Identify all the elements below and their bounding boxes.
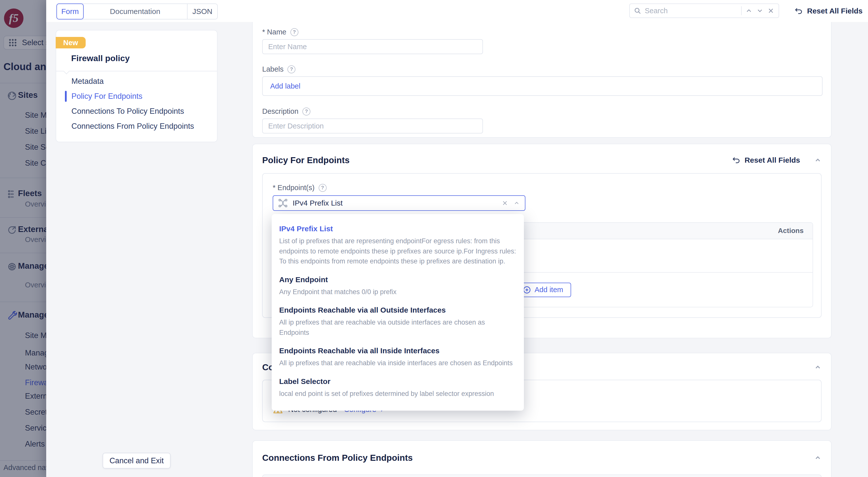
help-icon[interactable]: ? <box>319 184 327 192</box>
collapse-caret-icon[interactable] <box>814 157 822 164</box>
wizard-title: Firewall policy <box>71 54 130 63</box>
clear-selection-icon[interactable] <box>501 200 508 207</box>
dropdown-option-outside-interfaces[interactable]: Endpoints Reachable via all Outside Inte… <box>279 301 517 342</box>
chevron-down-icon[interactable] <box>756 7 764 14</box>
divider <box>741 6 742 15</box>
actions-column-header: Actions <box>778 227 804 235</box>
reset-all-fields-button[interactable]: Reset All Fields <box>794 0 863 22</box>
section-header: Connections From Policy Endpoints <box>262 453 822 463</box>
section-title: Connections From Policy Endpoints <box>262 453 413 463</box>
endpoint-select-value: IPv4 Prefix List <box>293 199 496 207</box>
reset-icon <box>794 6 803 15</box>
wizard-steps: Metadata Policy For Endpoints Connection… <box>56 74 217 134</box>
search-box <box>629 3 779 18</box>
chevron-up-icon[interactable] <box>514 200 520 206</box>
collapse-caret-icon[interactable] <box>814 364 822 371</box>
search-icon <box>634 7 641 14</box>
new-badge: New <box>56 37 86 48</box>
step-connections-from[interactable]: Connections From Policy Endpoints <box>56 119 217 134</box>
endpoint-label: * Endpoint(s) <box>273 183 315 192</box>
tab-documentation[interactable]: Documentation <box>83 4 187 19</box>
connections-from-card: Connections From Policy Endpoints <box>252 440 832 477</box>
help-icon[interactable]: ? <box>290 28 299 36</box>
firewall-policy-modal: Form Documentation JSON Reset All Fields… <box>46 0 868 477</box>
search-input[interactable] <box>645 7 738 15</box>
labels-label-row: Labels ? <box>262 65 822 73</box>
view-tabs: Form Documentation JSON <box>56 3 218 20</box>
dropdown-option-ipv4-prefix-list[interactable]: IPv4 Prefix List List of ip prefixes tha… <box>279 220 517 271</box>
name-label-row: * Name ? <box>262 28 822 36</box>
modal-topbar: Form Documentation JSON Reset All Fields <box>46 0 868 22</box>
step-connections-to[interactable]: Connections To Policy Endpoints <box>56 104 217 119</box>
notch-pointer <box>63 68 69 74</box>
add-label-button[interactable]: Add label <box>270 82 301 90</box>
endpoint-dropdown: IPv4 Prefix List List of ip prefixes tha… <box>272 214 524 411</box>
section-title: Policy For Endpoints <box>262 155 350 165</box>
wizard-nav-card: New Firewall policy Metadata Policy For … <box>56 30 217 142</box>
section-reset-button[interactable]: Reset All Fields <box>732 156 800 165</box>
labels-box: Add label <box>262 76 823 96</box>
endpoint-select[interactable]: IPv4 Prefix List <box>273 195 525 211</box>
help-icon[interactable]: ? <box>287 65 296 73</box>
cancel-and-exit-button[interactable]: Cancel and Exit <box>103 453 170 469</box>
tab-form[interactable]: Form <box>56 3 84 20</box>
name-label: * Name <box>262 28 286 36</box>
name-input[interactable] <box>262 39 483 54</box>
description-input[interactable] <box>262 118 483 133</box>
tab-json[interactable]: JSON <box>187 4 217 19</box>
dropdown-option-inside-interfaces[interactable]: Endpoints Reachable via all Inside Inter… <box>279 342 517 373</box>
help-icon[interactable]: ? <box>302 107 310 115</box>
chevron-up-icon[interactable] <box>745 7 753 14</box>
divider <box>56 71 217 71</box>
description-label-row: Description ? <box>262 107 822 115</box>
collapse-caret-icon[interactable] <box>814 454 822 462</box>
reset-icon <box>732 156 741 165</box>
description-label: Description <box>262 107 299 115</box>
one-of-icon <box>278 198 288 208</box>
section-header: Policy For Endpoints Reset All Fields <box>262 155 822 165</box>
step-metadata[interactable]: Metadata <box>56 74 217 89</box>
dropdown-option-label-selector[interactable]: Label Selector local end point is set of… <box>279 373 517 403</box>
step-policy-for-endpoints[interactable]: Policy For Endpoints <box>56 89 217 104</box>
egress-inner-box-top <box>262 475 822 477</box>
close-icon[interactable] <box>767 7 775 14</box>
dropdown-option-any-endpoint[interactable]: Any Endpoint Any Endpoint that matches 0… <box>279 271 517 302</box>
labels-label: Labels <box>262 65 283 73</box>
metadata-card: * Name ? Labels ? Add label Description … <box>252 22 832 138</box>
endpoint-label-row: * Endpoint(s) ? <box>273 183 811 192</box>
